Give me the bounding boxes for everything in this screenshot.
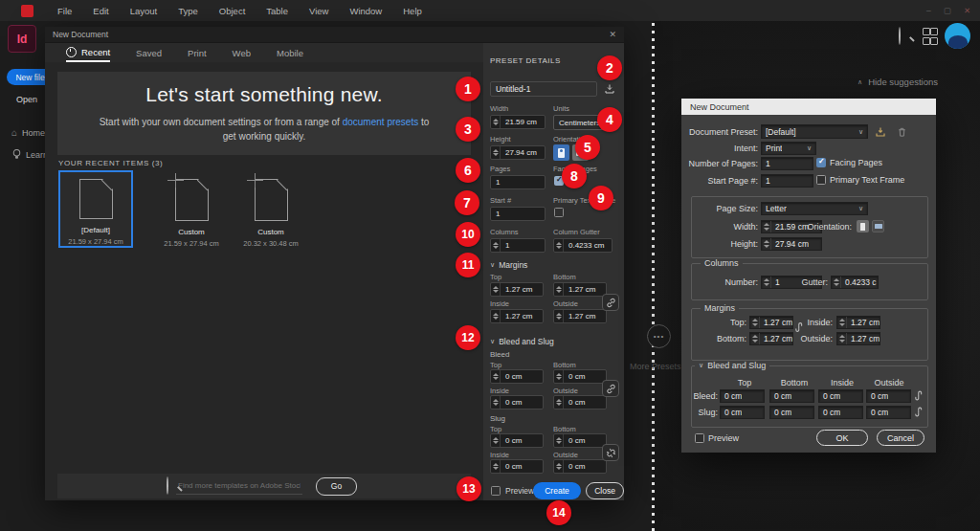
- margins-link-icon[interactable]: [602, 294, 619, 311]
- stepper-icon[interactable]: [554, 310, 564, 322]
- stepper-icon[interactable]: [554, 239, 564, 252]
- bleed-bottom-field[interactable]: 0 cm: [553, 369, 607, 384]
- more-presets-button[interactable]: •••: [647, 324, 671, 348]
- stepper-icon[interactable]: [491, 310, 501, 322]
- pages-field[interactable]: 1: [490, 175, 546, 189]
- stepper-icon[interactable]: [554, 370, 564, 383]
- width-field[interactable]: 21.59 cm: [490, 115, 546, 129]
- menu-layout[interactable]: Layout: [120, 6, 168, 16]
- delete-preset-icon[interactable]: [894, 124, 909, 140]
- slug-bottom-field[interactable]: 0 cm: [769, 406, 814, 419]
- stepper-icon[interactable]: [750, 317, 760, 328]
- stepper-icon[interactable]: [491, 370, 501, 383]
- avatar[interactable]: [945, 23, 970, 49]
- stepper-icon[interactable]: [491, 460, 501, 473]
- bleed-top-field[interactable]: 0 cm: [720, 389, 765, 403]
- tab-saved[interactable]: Saved: [136, 43, 162, 62]
- menu-window[interactable]: Window: [339, 6, 392, 16]
- stepper-icon[interactable]: [491, 396, 501, 409]
- stepper-icon[interactable]: [491, 434, 501, 447]
- close-dialog-icon[interactable]: ✕: [609, 30, 616, 39]
- bleed-slug-section-header[interactable]: ∨ Bleed and Slug: [490, 337, 554, 346]
- stepper-icon[interactable]: [832, 277, 841, 288]
- bleed-link-icon[interactable]: [914, 389, 925, 402]
- tab-web[interactable]: Web: [233, 43, 251, 62]
- menu-file[interactable]: File: [47, 6, 82, 16]
- document-presets-link[interactable]: document presets: [343, 117, 419, 127]
- menu-type[interactable]: Type: [167, 6, 209, 16]
- height-field[interactable]: 27.94 cm: [490, 145, 546, 160]
- go-button[interactable]: Go: [316, 477, 357, 496]
- bleed-outside-field[interactable]: 0 cm: [553, 395, 607, 409]
- document-name-field[interactable]: Untitled-1: [490, 81, 597, 97]
- stepper-icon[interactable]: [554, 283, 564, 296]
- tab-print[interactable]: Print: [188, 43, 207, 62]
- bleed-bottom-field[interactable]: 0 cm: [769, 389, 814, 403]
- margins-section-header[interactable]: ∨ Margins: [490, 260, 527, 270]
- sidebar-item-learn[interactable]: Learn: [12, 149, 48, 160]
- maximize-icon[interactable]: ▢: [944, 6, 951, 15]
- bleed-link-icon[interactable]: [602, 380, 619, 397]
- open-button[interactable]: Open: [16, 95, 37, 104]
- stepper-icon[interactable]: [762, 277, 771, 288]
- tab-mobile[interactable]: Mobile: [277, 43, 303, 62]
- sidebar-item-home[interactable]: ⌂ Home: [11, 127, 45, 138]
- margins-link-icon[interactable]: [794, 321, 806, 333]
- recent-item-custom-1[interactable]: Custom 21.59 x 27.94 cm: [154, 170, 229, 248]
- start-field[interactable]: 1: [490, 207, 546, 221]
- facing-pages-checkbox[interactable]: [816, 158, 826, 167]
- preview-checkbox[interactable]: [695, 433, 704, 443]
- stepper-icon[interactable]: [554, 460, 564, 473]
- bleed-outside-field[interactable]: 0 cm: [866, 389, 911, 403]
- bleed-inside-field[interactable]: 0 cm: [490, 395, 544, 409]
- stepper-icon[interactable]: [837, 333, 847, 344]
- menu-help[interactable]: Help: [392, 6, 433, 16]
- recent-item-custom-2[interactable]: Custom 20.32 x 30.48 cm: [234, 170, 308, 248]
- margin-top-field[interactable]: 1.27 cm: [490, 282, 544, 297]
- bleed-inside-field[interactable]: 0 cm: [818, 389, 863, 403]
- slug-bottom-field[interactable]: 0 cm: [553, 433, 607, 448]
- slug-top-field[interactable]: 0 cm: [490, 433, 544, 448]
- close-button[interactable]: Close: [586, 482, 624, 499]
- slug-unlink-icon[interactable]: [602, 444, 619, 461]
- margin-bottom-field[interactable]: 1.27 cm: [553, 282, 607, 297]
- stepper-icon[interactable]: [491, 116, 501, 128]
- column-gutter-field[interactable]: 0.4233 cm: [553, 238, 612, 253]
- slug-inside-field[interactable]: 0 cm: [490, 459, 544, 474]
- stepper-icon[interactable]: [491, 283, 501, 296]
- community-icon[interactable]: [923, 28, 936, 45]
- stepper-icon[interactable]: [762, 238, 771, 250]
- menu-table[interactable]: Table: [256, 6, 299, 16]
- page-size-dropdown[interactable]: Letter ∨: [761, 202, 868, 215]
- slug-unlink-icon[interactable]: [914, 406, 925, 418]
- number-of-pages-field[interactable]: 1: [761, 157, 813, 170]
- slug-top-field[interactable]: 0 cm: [720, 406, 765, 419]
- primary-text-frame-checkbox[interactable]: [554, 208, 564, 217]
- save-preset-icon[interactable]: [873, 124, 888, 140]
- orientation-portrait-button[interactable]: [857, 220, 869, 232]
- recent-item-default[interactable]: [Default] 21.59 x 27.94 cm: [58, 170, 133, 248]
- primary-text-frame-checkbox[interactable]: [816, 175, 826, 185]
- preview-checkbox[interactable]: [491, 486, 501, 496]
- gutter-field[interactable]: 0.4233 c: [831, 276, 879, 289]
- bleed-slug-group-heading[interactable]: ∨ Bleed and Slug: [695, 361, 769, 370]
- start-page-field[interactable]: 1: [761, 174, 813, 188]
- ok-button[interactable]: OK: [816, 430, 868, 446]
- stepper-icon[interactable]: [554, 396, 564, 409]
- menu-edit[interactable]: Edit: [82, 6, 119, 16]
- margin-outside-field[interactable]: 1.27 cm: [836, 332, 880, 345]
- intent-dropdown[interactable]: Print ∨: [761, 142, 816, 155]
- slug-outside-field[interactable]: 0 cm: [866, 406, 911, 419]
- stepper-icon[interactable]: [554, 434, 564, 447]
- orientation-portrait-button[interactable]: [553, 144, 569, 161]
- slug-inside-field[interactable]: 0 cm: [818, 406, 863, 419]
- stepper-icon[interactable]: [491, 239, 501, 252]
- menu-view[interactable]: View: [299, 6, 339, 16]
- margin-inside-field[interactable]: 1.27 cm: [490, 309, 544, 323]
- template-search-input[interactable]: [176, 478, 302, 495]
- save-preset-icon[interactable]: [601, 80, 618, 98]
- stepper-icon[interactable]: [491, 146, 501, 159]
- minimize-icon[interactable]: –: [926, 6, 931, 15]
- tab-recent[interactable]: Recent: [66, 43, 110, 62]
- stepper-icon[interactable]: [750, 333, 760, 344]
